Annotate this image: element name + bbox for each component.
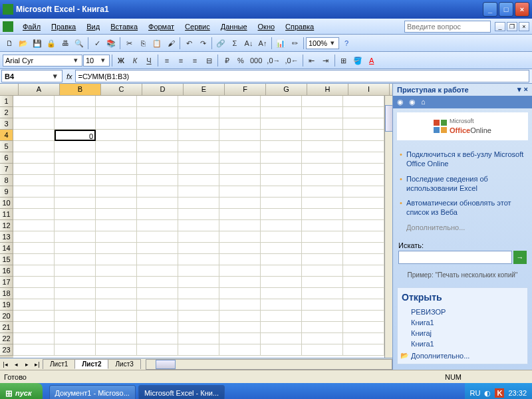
cell-I6[interactable] — [343, 152, 384, 164]
cell-A9[interactable] — [13, 186, 55, 198]
print-button[interactable]: 🖶 — [59, 37, 72, 50]
bold-button[interactable]: Ж — [114, 54, 128, 67]
cell-I21[interactable] — [343, 322, 384, 333]
cell-A5[interactable] — [13, 141, 55, 152]
row-header-15[interactable]: 15 — [0, 254, 13, 265]
cell-E21[interactable] — [178, 322, 219, 333]
cell-I15[interactable] — [343, 254, 384, 265]
preview-button[interactable]: 🔍 — [72, 37, 86, 50]
row-header-14[interactable]: 14 — [0, 243, 13, 254]
open-more-link[interactable]: Дополнительно... — [402, 349, 523, 360]
cell-C2[interactable] — [96, 107, 137, 118]
cells-area[interactable]: 0 — [13, 96, 384, 358]
borders-button[interactable]: ⊞ — [337, 54, 350, 67]
col-header-A[interactable]: A — [19, 84, 60, 95]
cell-H3[interactable] — [302, 118, 343, 130]
cell-B10[interactable] — [55, 198, 96, 209]
drawing-button[interactable]: ✏ — [288, 37, 301, 50]
row-header-18[interactable]: 18 — [0, 288, 13, 299]
row-header-21[interactable]: 21 — [0, 322, 13, 333]
cell-G16[interactable] — [261, 265, 302, 277]
cell-A4[interactable] — [13, 130, 55, 141]
cell-E5[interactable] — [178, 141, 219, 152]
tray-icon[interactable]: ◐ — [484, 389, 491, 398]
row-header-10[interactable]: 10 — [0, 198, 13, 209]
row-header-9[interactable]: 9 — [0, 186, 13, 198]
cell-H16[interactable] — [302, 265, 343, 277]
cell-D6[interactable] — [137, 152, 178, 164]
cell-D23[interactable] — [137, 344, 178, 356]
cell-H21[interactable] — [302, 322, 343, 333]
menu-Вид[interactable]: Вид — [81, 21, 105, 33]
cell-F3[interactable] — [219, 118, 261, 130]
chart-button[interactable]: 📊 — [274, 37, 287, 50]
cell-F16[interactable] — [219, 265, 261, 277]
clock[interactable]: 23:32 — [508, 389, 527, 397]
cell-F11[interactable] — [219, 209, 261, 220]
tab-next-button[interactable]: ▸ — [21, 359, 32, 370]
menu-Сервис[interactable]: Сервис — [180, 21, 215, 33]
cell-C20[interactable] — [96, 311, 137, 322]
cell-G3[interactable] — [261, 118, 302, 130]
cell-B7[interactable] — [55, 164, 96, 175]
task-pane-dropdown-icon[interactable]: ▾ — [517, 85, 521, 94]
cell-C10[interactable] — [96, 198, 137, 209]
col-header-H[interactable]: H — [307, 84, 348, 95]
align-center-button[interactable]: ≡ — [174, 54, 188, 67]
cell-A14[interactable] — [13, 243, 55, 254]
cell-D8[interactable] — [137, 175, 178, 186]
cell-I18[interactable] — [343, 288, 384, 299]
task-link-more[interactable]: Дополнительно... — [398, 220, 527, 235]
menu-Данные[interactable]: Данные — [215, 21, 253, 33]
cell-E2[interactable] — [178, 107, 219, 118]
task-link[interactable]: Последние сведения об использовании Exce… — [398, 172, 527, 196]
cell-B5[interactable] — [55, 141, 96, 152]
row-header-1[interactable]: 1 — [0, 96, 13, 107]
cell-F17[interactable] — [219, 277, 261, 288]
task-link[interactable]: Автоматически обновлять этот список из В… — [398, 196, 527, 220]
start-button[interactable]: пуск — [0, 383, 43, 399]
cell-B8[interactable] — [55, 175, 96, 186]
cell-I9[interactable] — [343, 186, 384, 198]
save-button[interactable]: 💾 — [31, 37, 44, 50]
recent-doc[interactable]: Книга1 — [402, 338, 523, 349]
forward-icon[interactable]: ◉ — [409, 98, 416, 106]
underline-button[interactable]: Ч — [142, 54, 156, 67]
cell-C17[interactable] — [96, 277, 137, 288]
cell-H14[interactable] — [302, 243, 343, 254]
col-header-D[interactable]: D — [142, 84, 184, 95]
cell-G8[interactable] — [261, 175, 302, 186]
cell-H13[interactable] — [302, 231, 343, 243]
minimize-button[interactable]: _ — [483, 2, 497, 17]
merge-center-button[interactable]: ⊟ — [202, 54, 215, 67]
cell-G17[interactable] — [261, 277, 302, 288]
cell-C18[interactable] — [96, 288, 137, 299]
cell-I11[interactable] — [343, 209, 384, 220]
cell-C14[interactable] — [96, 243, 137, 254]
cell-I23[interactable] — [343, 344, 384, 356]
cell-A7[interactable] — [13, 164, 55, 175]
name-box[interactable]: B4▾ — [1, 70, 63, 82]
cell-E13[interactable] — [178, 231, 219, 243]
fill-color-button[interactable]: 🪣 — [351, 54, 364, 67]
cell-E15[interactable] — [178, 254, 219, 265]
cell-H19[interactable] — [302, 299, 343, 311]
cell-D15[interactable] — [137, 254, 178, 265]
cell-F8[interactable] — [219, 175, 261, 186]
cell-H17[interactable] — [302, 277, 343, 288]
cell-C4[interactable] — [96, 130, 137, 141]
increase-indent-button[interactable]: ⇥ — [319, 54, 332, 67]
cell-F9[interactable] — [219, 186, 261, 198]
cell-H23[interactable] — [302, 344, 343, 356]
italic-button[interactable]: К — [128, 54, 142, 67]
cell-G5[interactable] — [261, 141, 302, 152]
cell-E6[interactable] — [178, 152, 219, 164]
cell-I14[interactable] — [343, 243, 384, 254]
cell-H9[interactable] — [302, 186, 343, 198]
cell-B22[interactable] — [55, 333, 96, 344]
cell-D19[interactable] — [137, 299, 178, 311]
cell-I8[interactable] — [343, 175, 384, 186]
cell-A2[interactable] — [13, 107, 55, 118]
cell-E7[interactable] — [178, 164, 219, 175]
cell-B19[interactable] — [55, 299, 96, 311]
